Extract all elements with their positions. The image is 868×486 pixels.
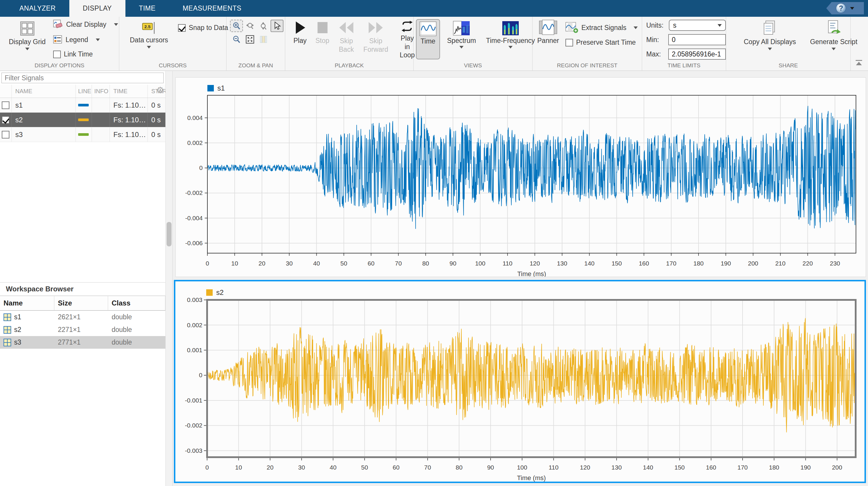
skip-forward-icon <box>368 20 384 35</box>
col-name[interactable]: NAME <box>12 85 76 97</box>
zoom-in-y-button[interactable] <box>257 20 270 32</box>
spectrum-view-icon <box>453 21 470 35</box>
generate-script-button[interactable]: Generate Script <box>810 20 858 59</box>
scrollbar-thumb[interactable] <box>166 222 172 247</box>
clear-display-label: Clear Display <box>66 21 106 29</box>
preserve-start-time-checkbox[interactable]: Preserve Start Time <box>565 38 638 47</box>
legend-icon <box>53 35 63 44</box>
time-view-icon <box>420 22 436 36</box>
section-label: CURSORS <box>119 62 226 69</box>
svg-text:-0.006: -0.006 <box>185 239 203 247</box>
workspace-row-s2[interactable]: s2 2271×1 double <box>0 323 165 336</box>
section-share: Copy All Displays Generate Script <box>726 17 851 70</box>
skip-forward-button[interactable]: Skip Forward <box>363 20 388 59</box>
s2-chart[interactable]: 0102030405060708090100110120130140150160… <box>175 281 865 482</box>
max-input[interactable] <box>668 49 726 60</box>
play-icon <box>293 20 306 35</box>
pointer-tool-button[interactable] <box>271 20 283 32</box>
workspace-row-s3[interactable]: s3 2771×1 double <box>0 336 165 349</box>
svg-text:-0.001: -0.001 <box>185 397 203 404</box>
line-swatch-icon[interactable] <box>78 104 89 107</box>
display-grid-button[interactable]: Display Grid <box>9 21 45 59</box>
col-class[interactable]: Class <box>108 296 165 310</box>
play-in-loop-icon <box>399 20 415 32</box>
signal-checkbox[interactable] <box>2 116 9 124</box>
zoom-in-button[interactable] <box>230 20 243 32</box>
collapse-ribbon-button[interactable] <box>855 60 863 68</box>
var-size: 2271×1 <box>54 323 108 336</box>
col-size[interactable]: Size <box>54 296 108 310</box>
data-cursors-label: Data cursors <box>130 36 168 44</box>
pan-button[interactable] <box>257 33 270 46</box>
display-1-time-plot[interactable]: 0102030405060708090100110120130140150160… <box>175 77 866 277</box>
time-frequency-view-button[interactable]: Time-Frequency <box>483 19 538 59</box>
cursor-arrow-icon <box>273 22 281 30</box>
line-swatch-icon[interactable] <box>78 118 89 121</box>
chevron-down-icon <box>718 24 722 27</box>
display-2-time-plot-selected[interactable]: 0102030405060708090100110120130140150160… <box>174 280 866 483</box>
collapse-ribbon-icon <box>856 60 862 61</box>
svg-text:170: 170 <box>666 260 677 267</box>
clear-display-button[interactable]: Clear Display <box>53 20 118 29</box>
svg-text:0.001: 0.001 <box>187 347 203 353</box>
min-input[interactable] <box>668 34 726 45</box>
svg-text:60: 60 <box>368 260 374 267</box>
extract-signals-button[interactable]: Extract Signals <box>565 22 638 33</box>
var-class: double <box>108 323 165 336</box>
zoom-out-button[interactable] <box>230 33 243 46</box>
table-row-s1[interactable]: s1 Fs: 1.10… 0 s <box>0 98 165 113</box>
data-cursors-button[interactable]: 2.5 Data cursors <box>130 22 168 59</box>
snap-to-data-checkbox[interactable]: Snap to Data <box>178 24 228 32</box>
signal-checkbox[interactable] <box>2 102 9 109</box>
legend-s1[interactable]: s1 <box>207 84 225 92</box>
line-swatch-icon[interactable] <box>78 133 89 136</box>
workspace-header: Name Size Class <box>0 296 165 311</box>
copy-all-displays-button[interactable]: Copy All Displays <box>744 20 796 59</box>
svg-text:40: 40 <box>313 260 320 267</box>
zoom-in-x-button[interactable] <box>244 20 256 32</box>
legend-s2[interactable]: s2 <box>206 288 223 297</box>
tab-analyzer[interactable]: ANALYZER <box>6 0 69 17</box>
preserve-start-time-label: Preserve Start Time <box>576 38 636 47</box>
link-time-checkbox[interactable]: Link Time <box>53 50 118 58</box>
help-button[interactable]: ? <box>826 2 864 15</box>
time-view-button[interactable]: Time <box>416 19 440 59</box>
spectrum-view-label: Spectrum <box>447 37 476 45</box>
col-line[interactable]: LINE <box>76 85 92 97</box>
svg-text:100: 100 <box>517 464 527 471</box>
s1-chart[interactable]: 0102030405060708090100110120130140150160… <box>176 78 866 277</box>
help-icon: ? <box>836 3 846 13</box>
stop-label: Stop <box>315 37 329 45</box>
tab-time[interactable]: TIME <box>125 0 169 17</box>
stop-button[interactable]: Stop <box>315 20 329 59</box>
gear-icon[interactable]: ⚙ <box>156 86 164 95</box>
spectrum-view-button[interactable]: Spectrum <box>444 19 479 59</box>
units-dropdown[interactable]: s <box>669 20 726 31</box>
legend-button[interactable]: Legend <box>53 35 118 44</box>
col-info[interactable]: INFO <box>92 85 110 97</box>
play-button[interactable]: Play <box>293 20 307 59</box>
legend-label: s2 <box>216 288 223 297</box>
workspace-row-s1[interactable]: s1 2621×1 double <box>0 311 165 323</box>
svg-text:170: 170 <box>737 464 748 471</box>
filter-signals-input[interactable] <box>1 73 164 83</box>
play-in-loop-button[interactable]: Play in Loop <box>399 20 415 59</box>
tab-measurements[interactable]: MEASUREMENTS <box>169 0 255 17</box>
section-label: DISPLAY OPTIONS <box>0 62 119 69</box>
svg-text:Time (ms): Time (ms) <box>517 474 546 482</box>
col-name[interactable]: Name <box>0 296 54 310</box>
section-time-limits: Units: s Min: Max: TIME LIMITS <box>642 17 726 70</box>
skip-back-button[interactable]: Skip Back <box>338 20 354 59</box>
panner-button[interactable]: Panner <box>537 20 559 59</box>
table-row-s2[interactable]: s2 Fs: 1.10… 0 s <box>0 113 165 127</box>
signal-checkbox[interactable] <box>2 131 9 139</box>
checkbox-checked-icon <box>178 24 186 32</box>
left-panel-scrollbar[interactable] <box>165 71 173 486</box>
fit-to-view-button[interactable] <box>244 33 256 46</box>
table-row-s3[interactable]: s3 Fs: 1.10… 0 s <box>0 127 165 142</box>
col-time[interactable]: TIME <box>110 85 148 97</box>
tab-display[interactable]: DISPLAY <box>69 0 125 17</box>
play-in-loop-label: Play in Loop <box>399 34 415 59</box>
max-label: Max: <box>646 50 665 58</box>
section-collapse <box>851 17 868 70</box>
